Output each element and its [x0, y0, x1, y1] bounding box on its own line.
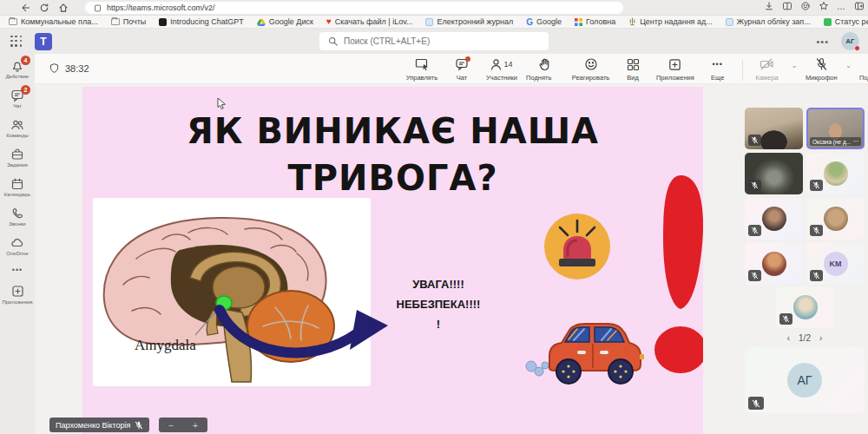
apps-button[interactable]: Приложения [657, 56, 694, 82]
bookmark-item[interactable]: Центр надання ад... [628, 17, 713, 26]
rail-item-apps[interactable]: Приложения [0, 279, 35, 309]
url-text: https://teams.microsoft.com/v2/ [107, 3, 215, 12]
view-grid-icon [627, 56, 640, 72]
rail-item-onedrive[interactable]: OneDrive [0, 231, 35, 260]
participant-avatar-tile[interactable] [806, 198, 865, 240]
bookmark-item[interactable]: Google Диск [257, 17, 313, 26]
rail-item-chat[interactable]: 2 Чат [0, 83, 35, 113]
participant-avatar [762, 207, 786, 231]
participants-count: 14 [503, 60, 512, 69]
camera-button[interactable]: Камера [752, 56, 783, 82]
mic-off-badge [748, 180, 761, 191]
participant-avatar-tile[interactable] [806, 153, 865, 194]
refresh-icon[interactable] [35, 1, 54, 15]
participant-avatar-tile[interactable]: KM [806, 243, 865, 285]
mic-off-icon [815, 56, 828, 72]
heart-icon: ♥ [326, 17, 332, 26]
chat-notification-dot [465, 56, 470, 62]
share-button[interactable]: ↑ Поделиться [860, 56, 868, 82]
mic-off-icon [135, 421, 143, 430]
rail-item-activity[interactable]: 4 Действие [0, 54, 35, 83]
bookmark-item[interactable]: GGoogle [526, 17, 562, 27]
camera-off-icon [760, 56, 774, 72]
header-more-icon[interactable]: ••• [816, 36, 829, 47]
manage-button[interactable]: Управлять [406, 56, 437, 82]
bookmark-item[interactable]: ♥Скачать файл | iLov... [326, 17, 413, 26]
participant-video-tile[interactable] [745, 153, 803, 194]
mouse-cursor-icon [217, 98, 227, 109]
search-icon [328, 36, 338, 46]
tile-menu-dots-icon[interactable]: ⋯ [853, 138, 859, 145]
more-button[interactable]: ••• Еще [702, 56, 733, 82]
participant-avatar [824, 207, 848, 231]
home-icon[interactable] [54, 1, 73, 15]
mic-off-badge [810, 225, 823, 236]
react-button[interactable]: Реагировать [573, 56, 608, 82]
address-bar[interactable]: https://teams.microsoft.com/v2/ [85, 2, 623, 14]
participant-avatar [762, 252, 786, 276]
mic-button[interactable]: Микрофон [806, 56, 837, 82]
self-video-tile[interactable]: АГ [745, 347, 865, 413]
mic-off-badge [810, 270, 823, 281]
chat-badge: 2 [21, 85, 30, 95]
favorites-star-icon[interactable] [819, 1, 829, 11]
phone-icon [11, 207, 24, 220]
bookmark-item[interactable]: Статус рейсу [824, 17, 868, 26]
rail-item-calls[interactable]: Звонки [0, 201, 35, 231]
bookmark-item[interactable]: Коммунальные пла... [9, 17, 98, 26]
search-input[interactable] [344, 36, 517, 46]
activity-badge: 4 [21, 56, 30, 65]
rail-item-teams[interactable]: Команды [0, 113, 35, 142]
participants-button[interactable]: 14 Участники [486, 56, 517, 82]
profile-avatar[interactable]: АГ [841, 32, 859, 50]
color-grid-icon [575, 18, 582, 26]
participant-avatar [824, 161, 848, 186]
page-icon [94, 4, 102, 12]
waffle-menu-icon[interactable] [10, 36, 23, 48]
participant-avatar-tile[interactable] [745, 198, 803, 240]
feedback-smiley-icon[interactable] [800, 1, 811, 11]
bookmark-item[interactable]: Introducing ChatGPT [159, 17, 244, 26]
search-bar[interactable] [319, 32, 549, 50]
mic-chevron-icon[interactable]: ⌄ [845, 62, 852, 69]
pager-next-icon[interactable]: › [819, 333, 822, 343]
chatgpt-icon [159, 18, 167, 26]
emblem-icon [628, 17, 636, 26]
zoom-controls[interactable]: − + [159, 418, 207, 432]
manage-screen-icon [415, 56, 430, 72]
browser-more-icon[interactable]: … [837, 2, 846, 11]
participant-avatar-tile[interactable] [776, 286, 834, 328]
folder-icon [9, 18, 17, 25]
bookmark-item[interactable]: Електронний журнал [425, 17, 513, 26]
rail-item-more[interactable]: ••• [0, 260, 35, 279]
divider [742, 60, 743, 81]
sidebar-panel-icon[interactable] [854, 1, 865, 11]
people-icon [10, 118, 24, 132]
chat-icon [455, 56, 469, 72]
download-icon[interactable] [764, 1, 774, 11]
chat-button[interactable]: Чат [446, 56, 477, 82]
split-tabs-icon[interactable] [782, 1, 792, 11]
bookmark-item[interactable]: Почты [111, 17, 147, 26]
rail-item-assignments[interactable]: Задания [0, 142, 35, 172]
bookmark-item[interactable]: Головна [575, 17, 615, 26]
arrow-graphic [213, 299, 395, 378]
participant-avatar-tile[interactable] [745, 243, 803, 285]
cloud-icon [10, 236, 24, 250]
participant-video-tile[interactable] [745, 108, 803, 149]
bookmark-item[interactable]: Журнал обліку зап... [726, 17, 811, 26]
rail-item-calendar[interactable]: Календарь [0, 172, 35, 201]
shared-presentation-slide: ЯК ВИНИКАЄ НАША ТРИВОГА? [82, 87, 703, 434]
camera-chevron-icon[interactable]: ⌄ [792, 62, 798, 69]
teams-logo-icon[interactable]: T [35, 33, 52, 50]
zoom-in-button[interactable]: + [193, 420, 198, 431]
zoom-out-button[interactable]: − [168, 420, 174, 431]
teams-header: T ••• АГ [0, 29, 868, 54]
rail-more-dots-icon: ••• [12, 266, 23, 274]
pager-prev-icon[interactable]: ‹ [787, 333, 790, 343]
back-icon[interactable] [16, 1, 35, 15]
view-button[interactable]: Вид [617, 56, 648, 82]
warning-text: УВАГА!!!! НЕБЕЗПЕКА!!!! ! [369, 274, 508, 334]
active-speaker-tile[interactable]: Оксана (не д... ⋯ [806, 108, 865, 149]
app-rail: 4 Действие 2 Чат Команды Задания Календа… [0, 54, 35, 434]
